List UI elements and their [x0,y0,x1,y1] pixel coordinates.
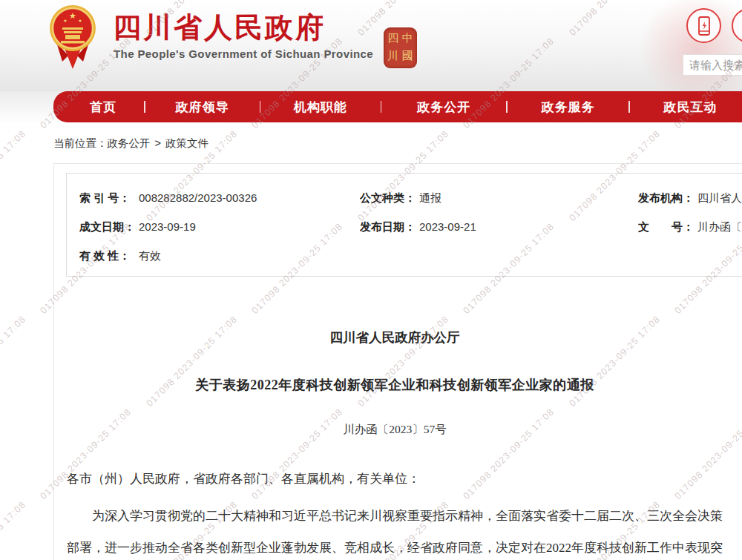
meta-field: 成文日期：2023-09-19 [79,220,360,234]
meta-value: 008282882/2023-00326 [139,191,257,204]
watermark-text: 017098 2023-09-25 17:08 [0,314,27,409]
document-body: 四川省人民政府办公厅 关于表扬2022年度科技创新领军企业和科技创新领军企业家的… [67,329,723,560]
document-metadata-table: 索 引 号：008282882/2023-00326公文种类：通报发布机构：四川… [66,173,742,277]
site-subtitle: The People's Government of Sichuan Provi… [114,47,373,60]
main-navigation: 首页政府领导机构职能政务公开政务服务政民互动 [53,91,742,122]
breadcrumb-separator: > [155,137,161,149]
meta-field: 发布日期：2023-09-21 [360,220,638,234]
china-sichuan-seal: 四 中 川 國 [384,27,417,68]
meta-value: 2023-09-19 [139,220,196,233]
svg-text:★: ★ [78,19,82,23]
nav-item-6[interactable]: 政民互动 [630,99,742,116]
meta-value: 2023-09-21 [419,220,476,233]
meta-value: 四川省人民政府办公厅 [697,191,742,204]
meta-value: 有效 [139,249,161,262]
nav-item-2[interactable]: 政府领导 [145,99,259,116]
meta-field: 文 号：川办函〔2023〕57号 [638,220,742,234]
seal-char: 中 [401,30,416,48]
national-emblem-logo: ★ ★ ★ [49,4,96,72]
meta-label: 文 号： [638,220,697,234]
seal-char: 國 [401,48,416,66]
document-paragraph: 为深入学习贯彻党的二十大精神和习近平总书记来川视察重要指示精神，全面落实省委十二… [67,500,723,560]
mobile-phone-icon [695,16,713,36]
meta-field: 公文种类：通报 [360,191,638,205]
content-panel: 索 引 号：008282882/2023-00326公文种类：通报发布机构：四川… [53,163,742,560]
document-number: 川办函〔2023〕57号 [67,422,723,438]
watermark-text: 017098 2023-09-25 17:08 [0,128,27,223]
seal-char: 四 [386,30,401,48]
breadcrumb: 当前位置：政务公开>政策文件 [53,136,209,151]
nav-item-4[interactable]: 政务公开 [381,99,506,116]
watermark-text: 017098 2023-09-25 17:08 [0,499,27,560]
meta-value: 川办函〔2023〕57号 [697,220,742,233]
breadcrumb-link-zcwj[interactable]: 政策文件 [165,137,209,149]
meta-label: 索 引 号： [79,191,139,205]
search-input[interactable] [683,54,742,76]
breadcrumb-prefix: 当前位置： [53,137,108,149]
site-title: 四川省人民政府 [113,9,326,47]
document-salutation: 各市（州）人民政府，省政府各部门、各直属机构，有关单位： [67,470,723,487]
document-issuer: 四川省人民政府办公厅 [67,329,723,346]
breadcrumb-link-zwgk[interactable]: 政务公开 [108,137,151,149]
nav-item-3[interactable]: 机构职能 [260,99,380,116]
mobile-version-button[interactable] [686,8,721,43]
meta-field: 有 效 性：有效 [79,249,360,263]
meta-label: 成文日期： [79,220,139,234]
meta-field: 发布机构：四川省人民政府办公厅 [638,191,742,205]
meta-label: 有 效 性： [79,249,139,263]
meta-label: 公文种类： [360,191,419,205]
document-title: 关于表扬2022年度科技创新领军企业和科技创新领军企业家的通报 [67,376,723,394]
nav-item-5[interactable]: 政务服务 [508,99,628,116]
svg-text:★: ★ [69,11,76,20]
seal-char: 川 [386,48,401,66]
meta-value: 通报 [419,191,441,204]
meta-label: 发布日期： [360,220,419,234]
wireless-broadcast-icon [740,16,742,36]
meta-label: 发布机构： [638,191,697,205]
nav-item-1[interactable]: 首页 [62,99,144,116]
svg-text:★: ★ [63,19,67,23]
meta-field: 索 引 号：008282882/2023-00326 [79,191,360,205]
